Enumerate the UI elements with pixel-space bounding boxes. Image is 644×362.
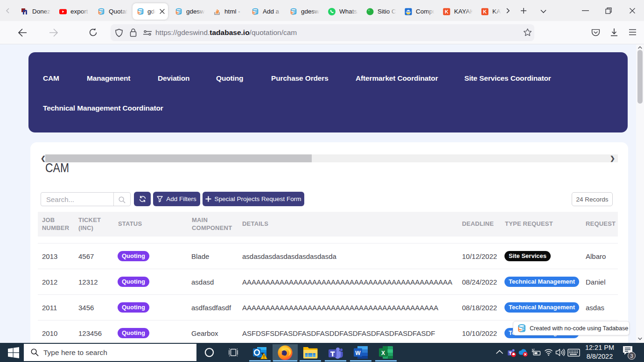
- svg-text:K: K: [483, 9, 487, 14]
- svg-text:K: K: [445, 9, 448, 14]
- svg-text:X: X: [381, 350, 385, 356]
- svg-text:W: W: [355, 350, 361, 356]
